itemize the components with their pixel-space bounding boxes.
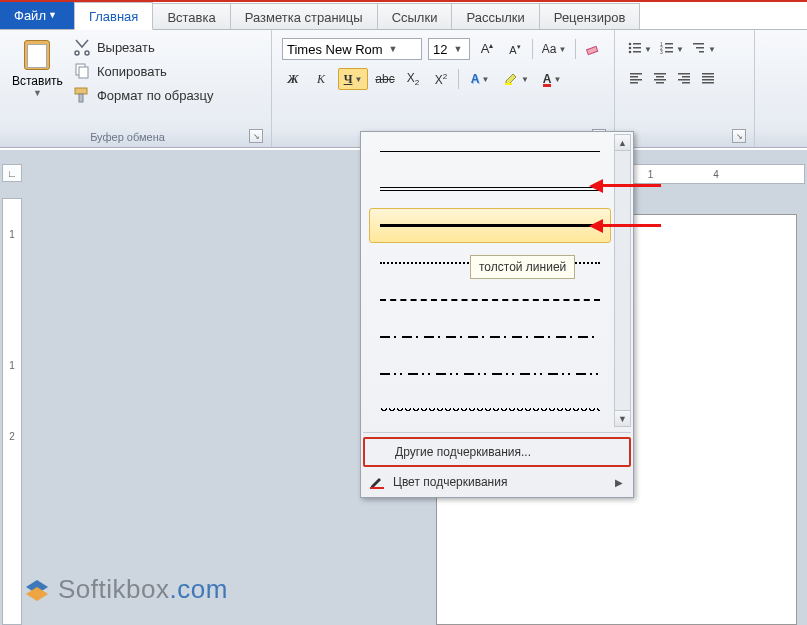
svg-point-8	[629, 46, 632, 49]
tab-file[interactable]: Файл ▼	[0, 1, 75, 29]
multilevel-button[interactable]: ▼	[689, 38, 719, 60]
tab-insert[interactable]: Вставка	[152, 3, 230, 29]
underline-double[interactable]	[369, 171, 611, 206]
font-name-value: Times New Rom	[287, 42, 383, 57]
tab-references[interactable]: Ссылки	[377, 3, 453, 29]
shrink-font-icon: A▾	[509, 43, 520, 56]
subscript-button[interactable]: X2	[402, 68, 424, 90]
tab-home[interactable]: Главная	[74, 2, 153, 30]
copy-button[interactable]: Копировать	[73, 62, 214, 80]
svg-rect-37	[370, 487, 384, 489]
more-underlines-label: Другие подчеркивания...	[395, 445, 531, 459]
font-size-combo[interactable]: 12▼	[428, 38, 470, 60]
svg-rect-24	[630, 82, 638, 84]
format-painter-button[interactable]: Формат по образцу	[73, 86, 214, 104]
tooltip-text: толстой линией	[479, 260, 566, 274]
font-name-combo[interactable]: Times New Rom▼	[282, 38, 422, 60]
font-color-button[interactable]: A▼	[537, 68, 567, 90]
underline-single[interactable]	[369, 134, 611, 169]
tooltip: толстой линией	[470, 255, 575, 279]
group-paragraph: ▼ 123▼ ▼ ↘	[615, 30, 755, 147]
vertical-ruler[interactable]: 1 1 2	[2, 198, 22, 625]
align-center-button[interactable]	[649, 68, 671, 90]
underline-dashdotdot[interactable]	[369, 356, 611, 391]
pen-color-icon	[369, 474, 385, 490]
underline-dashdot[interactable]	[369, 319, 611, 354]
underline-button[interactable]: Ч▼	[338, 68, 368, 90]
clear-format-button[interactable]	[582, 38, 604, 60]
dialog-launcher-icon[interactable]: ↘	[732, 129, 746, 143]
superscript-button[interactable]: X2	[430, 68, 452, 90]
svg-rect-4	[587, 46, 598, 54]
clipboard-icon	[19, 36, 55, 72]
svg-rect-36	[702, 82, 714, 84]
align-center-icon	[653, 71, 667, 88]
numbering-button[interactable]: 123▼	[657, 38, 687, 60]
line-wave-icon	[380, 408, 600, 414]
underline-thick[interactable]	[369, 208, 611, 243]
scroll-down-icon[interactable]: ▼	[615, 410, 630, 426]
separator	[363, 432, 631, 433]
tab-mailings[interactable]: Рассылки	[451, 3, 539, 29]
text-effects-button[interactable]: A▼	[465, 68, 495, 90]
svg-rect-25	[654, 73, 666, 75]
copy-icon	[73, 62, 91, 80]
watermark-text: Softikbox.com	[58, 574, 228, 605]
svg-rect-22	[630, 76, 638, 78]
brush-icon	[73, 86, 91, 104]
svg-rect-26	[656, 76, 664, 78]
strikethrough-button[interactable]: abc	[374, 68, 396, 90]
group-clipboard-title: Буфер обмена	[6, 131, 249, 145]
dialog-launcher-icon[interactable]: ↘	[249, 129, 263, 143]
multilevel-icon	[692, 41, 706, 58]
justify-icon	[701, 71, 715, 88]
bullets-button[interactable]: ▼	[625, 38, 655, 60]
underline-wave[interactable]	[369, 393, 611, 428]
svg-point-6	[629, 42, 632, 45]
chevron-down-icon[interactable]: ▼	[33, 88, 42, 98]
svg-rect-23	[630, 79, 642, 81]
annotation-arrow	[603, 184, 661, 187]
align-left-button[interactable]	[625, 68, 647, 90]
tab-page-layout[interactable]: Разметка страницы	[230, 3, 378, 29]
tab-review[interactable]: Рецензиров	[539, 3, 641, 29]
more-underlines-item[interactable]: Другие подчеркивания...	[363, 437, 631, 467]
italic-button[interactable]: К	[310, 68, 332, 90]
svg-rect-34	[702, 76, 714, 78]
logo-icon	[24, 577, 50, 603]
bold-button[interactable]: Ж	[282, 68, 304, 90]
tab-selector[interactable]: ∟	[2, 164, 22, 182]
svg-rect-35	[702, 79, 714, 81]
svg-rect-31	[678, 79, 690, 81]
chevron-down-icon: ▼	[481, 75, 489, 84]
text-effects-icon: A	[471, 72, 480, 86]
numbering-icon: 123	[660, 41, 674, 58]
svg-rect-5	[505, 83, 512, 85]
chevron-down-icon: ▼	[354, 75, 362, 84]
cut-button[interactable]: Вырезать	[73, 38, 214, 56]
line-thick-icon	[380, 224, 600, 227]
svg-rect-13	[665, 43, 673, 45]
chevron-down-icon: ▼	[558, 45, 566, 54]
group-font: Times New Rom▼ 12▼ A▴ A▾ Aa▼ Ж К Ч▼ abc …	[272, 30, 615, 147]
align-right-button[interactable]	[673, 68, 695, 90]
underline-color-item[interactable]: Цвет подчеркивания ▶	[363, 469, 631, 495]
paste-label: Вставить	[12, 74, 63, 88]
menu-scrollbar[interactable]: ▲ ▼	[614, 134, 631, 427]
change-case-button[interactable]: Aa▼	[539, 38, 569, 60]
underline-dashed[interactable]	[369, 282, 611, 317]
scroll-up-icon[interactable]: ▲	[615, 135, 630, 151]
underline-icon: Ч	[344, 72, 353, 87]
svg-rect-33	[702, 73, 714, 75]
paste-button[interactable]: Вставить ▼	[6, 34, 69, 129]
shrink-font-button[interactable]: A▾	[504, 38, 526, 60]
underline-color-label: Цвет подчеркивания	[393, 475, 507, 489]
font-color-icon: A	[543, 72, 552, 87]
chevron-down-icon: ▼	[521, 75, 529, 84]
justify-button[interactable]	[697, 68, 719, 90]
cut-label: Вырезать	[97, 40, 155, 55]
highlight-button[interactable]: ▼	[501, 68, 531, 90]
grow-font-button[interactable]: A▴	[476, 38, 498, 60]
format-painter-label: Формат по образцу	[97, 88, 214, 103]
svg-rect-21	[630, 73, 642, 75]
